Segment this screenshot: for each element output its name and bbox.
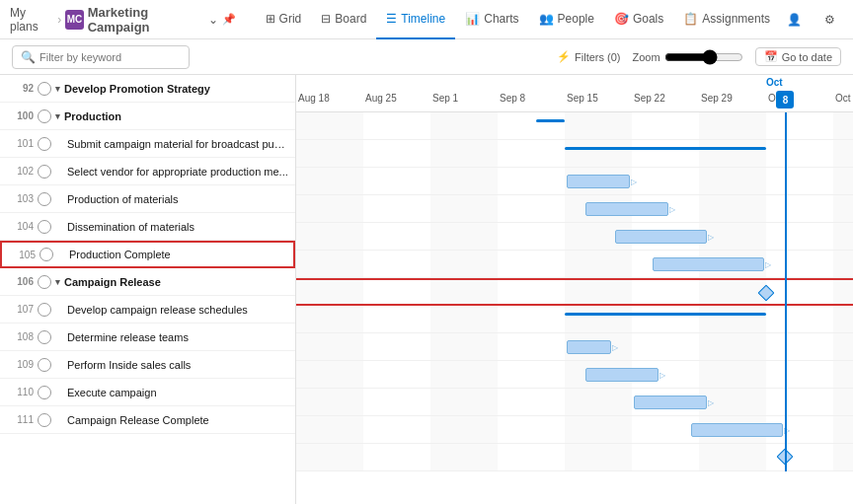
task-name: Perform Inside sales calls xyxy=(55,359,289,371)
task-row[interactable]: 100▾Production xyxy=(0,103,295,130)
plan-avatar: MC xyxy=(65,10,83,30)
search-input[interactable] xyxy=(39,51,178,63)
task-name: Develop Promotion Strategy xyxy=(64,83,289,95)
timeline-icon: ☰ xyxy=(386,12,397,26)
tab-board[interactable]: ⊟ Board xyxy=(311,0,376,39)
task-row[interactable]: 108Determine release teams xyxy=(0,324,295,351)
gantt-row: ▷ xyxy=(296,251,853,278)
goals-icon: 🎯 xyxy=(614,12,629,26)
gantt-milestone xyxy=(758,285,775,302)
pin-icon: 📌 xyxy=(222,13,236,26)
gantt-row xyxy=(296,444,853,471)
task-name: Execute campaign xyxy=(55,387,289,398)
task-row[interactable]: 111Campaign Release Complete xyxy=(0,406,295,434)
tab-people[interactable]: 👥 People xyxy=(529,0,604,39)
task-row[interactable]: 92▾Develop Promotion Strategy xyxy=(0,75,295,103)
breadcrumb: My plans › MC Marketing Campaign ⌄ 📌 xyxy=(10,5,236,35)
gantt-header: Oct8Aug 18Aug 25Sep 1Sep 8Sep 15Sep 22Se… xyxy=(296,75,853,112)
task-name: Campaign Release xyxy=(64,276,289,288)
date-label: Aug 18 xyxy=(298,93,330,104)
task-row[interactable]: 109Perform Inside sales calls xyxy=(0,351,295,379)
gantt-row xyxy=(296,306,853,333)
gantt-line xyxy=(565,147,766,150)
task-row[interactable]: 104Dissemination of materials xyxy=(0,213,295,241)
gantt-bar xyxy=(691,423,783,437)
task-name: Submit campaign material for broadcast p… xyxy=(55,138,289,150)
filters-label: Filters (0) xyxy=(575,51,620,63)
nav-tabs: ⊞ Grid ⊟ Board ☰ Timeline 📊 Charts 👥 Peo… xyxy=(256,0,780,38)
gantt-bar xyxy=(615,230,707,244)
date-label: Sep 22 xyxy=(634,93,665,104)
charts-icon: 📊 xyxy=(465,12,480,26)
collapse-icon[interactable]: ▾ xyxy=(55,277,60,287)
task-check[interactable] xyxy=(38,192,51,206)
connector-arrow: ▷ xyxy=(708,233,714,242)
task-check[interactable] xyxy=(38,358,51,372)
task-number: 107 xyxy=(6,304,34,315)
task-row[interactable]: 102Select vendor for appropriate product… xyxy=(0,158,295,185)
task-row[interactable]: 103Production of materials xyxy=(0,185,295,213)
task-check[interactable] xyxy=(38,413,51,427)
toolbar-right: ⚡ Filters (0) Zoom 📅 Go to date xyxy=(557,47,841,66)
members-icon[interactable]: 👤 xyxy=(780,6,808,34)
plan-name: Marketing Campaign xyxy=(88,5,204,35)
task-row[interactable]: 106▾Campaign Release xyxy=(0,268,295,296)
gantt-row: ▷ xyxy=(296,223,853,251)
tab-goals[interactable]: 🎯 Goals xyxy=(604,0,673,39)
gantt-line xyxy=(565,313,766,316)
filter-icon: ⚡ xyxy=(557,50,571,63)
task-check[interactable] xyxy=(38,386,51,399)
gantt-row xyxy=(296,112,853,140)
goto-label: Go to date xyxy=(782,51,832,63)
task-check[interactable] xyxy=(39,248,53,261)
task-check[interactable] xyxy=(38,303,51,317)
task-row[interactable]: 110Execute campaign xyxy=(0,379,295,406)
collapse-icon[interactable]: ▾ xyxy=(55,84,60,94)
task-check[interactable] xyxy=(38,275,51,289)
task-check[interactable] xyxy=(38,137,51,151)
zoom-slider[interactable] xyxy=(664,49,743,65)
gantt-bar xyxy=(634,396,707,409)
gantt-bar xyxy=(585,368,659,382)
task-check[interactable] xyxy=(38,109,51,123)
task-row[interactable]: 105Production Complete xyxy=(0,241,295,268)
task-check[interactable] xyxy=(38,330,51,344)
tab-charts[interactable]: 📊 Charts xyxy=(455,0,528,39)
gantt-body: ▷▷▷▷▷▷▷▷ xyxy=(296,112,853,471)
zoom-label: Zoom xyxy=(633,51,660,63)
task-number: 108 xyxy=(6,331,34,342)
task-row[interactable]: 101Submit campaign material for broadcas… xyxy=(0,130,295,158)
collapse-icon[interactable]: ▾ xyxy=(55,111,60,121)
tab-grid[interactable]: ⊞ Grid xyxy=(256,0,312,39)
search-box[interactable]: 🔍 xyxy=(12,45,190,69)
date-label: Sep 15 xyxy=(567,93,598,104)
gantt-chart: Oct8Aug 18Aug 25Sep 1Sep 8Sep 15Sep 22Se… xyxy=(296,75,853,504)
connector-arrow: ▷ xyxy=(708,398,714,407)
toolbar: 🔍 ⚡ Filters (0) Zoom 📅 Go to date xyxy=(0,39,853,75)
task-check[interactable] xyxy=(38,220,51,234)
task-row[interactable]: 107Develop campaign release schedules xyxy=(0,296,295,324)
task-name: Production of materials xyxy=(55,193,289,205)
task-name: Select vendor for appropriate production… xyxy=(55,166,289,178)
goto-date-button[interactable]: 📅 Go to date xyxy=(755,47,841,66)
gantt-row: ▷ xyxy=(296,168,853,195)
task-check[interactable] xyxy=(38,82,51,96)
tab-timeline[interactable]: ☰ Timeline xyxy=(376,0,455,39)
task-number: 111 xyxy=(6,414,34,425)
filters-button[interactable]: ⚡ Filters (0) xyxy=(557,50,620,63)
gantt-row: ▷ xyxy=(296,416,853,444)
chevron-down-icon[interactable]: ⌄ xyxy=(208,13,218,27)
task-number: 104 xyxy=(6,221,34,232)
search-icon: 🔍 xyxy=(21,50,36,64)
date-label: Sep 29 xyxy=(701,93,733,104)
my-plans-link[interactable]: My plans xyxy=(10,6,53,34)
gantt-row: ▷ xyxy=(296,195,853,223)
task-number: 105 xyxy=(8,250,36,260)
gantt-row xyxy=(296,140,853,168)
tab-assignments[interactable]: 📋 Assignments xyxy=(673,0,780,39)
settings-icon[interactable]: ⚙ xyxy=(815,6,843,34)
task-check[interactable] xyxy=(38,165,51,179)
gantt-bar xyxy=(567,175,630,188)
today-badge: 8 xyxy=(776,91,794,108)
month-label-oct: Oct xyxy=(766,77,783,88)
